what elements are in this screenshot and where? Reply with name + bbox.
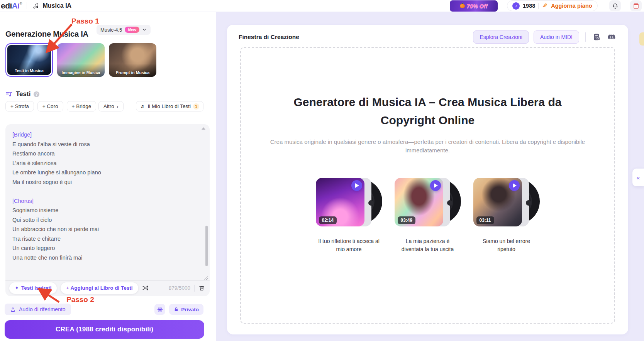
explore-creations-button[interactable]: Esplora Creazioni [473, 30, 529, 44]
scrollbar-thumb[interactable] [205, 226, 208, 266]
play-icon [434, 183, 438, 188]
lyrics-icon [5, 91, 13, 98]
collapse-panel-tab[interactable]: « [632, 169, 644, 186]
sample-caption: Il tuo riflettore ti acceca al mio amore [316, 237, 382, 253]
credits-count: 1988 [523, 3, 535, 9]
audio-to-midi-button[interactable]: Audio in MIDI [534, 30, 579, 44]
creation-canvas: Generatore di Musica IA – Crea Musica Li… [240, 47, 615, 324]
advanced-settings-button[interactable] [154, 304, 165, 315]
sidebar-heading: Generazione Musica IA [5, 30, 88, 39]
hero-title: Generatore di Musica IA – Crea Musica Li… [269, 93, 586, 129]
reference-audio-label: Audio di riferimento [19, 306, 66, 312]
sample-art-wrap: 03:49 [395, 177, 461, 227]
chevron-down-icon [142, 27, 147, 32]
mode-card-label: Testi in Musica [7, 68, 51, 73]
help-icon[interactable]: ? [34, 91, 39, 97]
create-button[interactable]: CREA (1988 crediti disponibili) [5, 320, 204, 339]
mode-card-2[interactable]: Immagine in Musica [57, 43, 105, 77]
generation-sidebar: Generazione Musica IA Music-4.5 New Test… [0, 12, 216, 341]
sample-track-3: 03:11Siamo un bel errore ripetuto [473, 177, 540, 253]
step-1-annotation: Passo 1 [71, 17, 99, 25]
lyric-line: Restiamo ancora [12, 149, 200, 159]
add-section-chip-2[interactable]: + Coro [37, 101, 63, 111]
add-to-library-button[interactable]: + Aggiungi al Libro di Testi [61, 282, 138, 294]
library-count-badge: 1 [193, 103, 199, 110]
lyrics-textarea[interactable]: [Bridge]E quando l’alba si veste di rosa… [5, 124, 210, 281]
model-name: Music-4.5 [100, 27, 122, 33]
survey-button[interactable] [630, 0, 642, 11]
model-selector[interactable]: Music-4.5 New [97, 25, 151, 35]
chevron-right-icon: › [117, 103, 119, 110]
lyric-line: Un canto leggero [12, 243, 200, 253]
pumpkin-icon [460, 4, 465, 8]
reference-audio-button[interactable]: Audio di riferimento [5, 304, 71, 315]
top-bar: edi Ai ® Musica IA 70% Off ♪ 1988 Aggior… [0, 0, 644, 12]
creation-window-title: Finestra di Creazione [239, 34, 299, 41]
lyric-line: Sogniamo insieme [12, 206, 200, 215]
privacy-toggle[interactable]: Privato [169, 304, 203, 315]
play-icon [355, 183, 359, 188]
lyrics-section-title: Testi [16, 90, 31, 98]
add-section-chip-3[interactable]: + Bridge [67, 101, 97, 111]
duration-badge: 03:49 [398, 216, 416, 224]
inspired-lyrics-button[interactable]: ✦ Testi ispirati [9, 282, 57, 294]
discord-icon [607, 33, 616, 41]
duration-badge: 03:11 [476, 216, 494, 224]
section-divider [0, 298, 216, 298]
hero-subtitle: Crea musica originale in qualsiasi gener… [264, 138, 592, 155]
model-new-badge: New [125, 27, 139, 33]
shuffle-button[interactable] [142, 285, 149, 291]
sample-art-wrap: 03:11 [473, 177, 540, 227]
app-title[interactable]: Musica IA [32, 2, 71, 10]
mode-card-3[interactable]: Prompt in Musica [109, 43, 156, 77]
lyrics-section-header: Testi ? [5, 90, 39, 98]
sample-art-wrap: 02:14 [316, 177, 382, 227]
generation-options-row: Audio di riferimento Privato [5, 304, 203, 315]
floating-panel-peek[interactable] [639, 32, 644, 46]
doc-check-icon [593, 33, 601, 41]
notifications-button[interactable] [609, 0, 621, 11]
lyric-line: Una notte che non finirà mai [12, 253, 200, 263]
shuffle-icon [142, 285, 149, 291]
inspired-lyrics-label: Testi ispirati [21, 285, 52, 291]
task-list-button[interactable] [592, 32, 602, 42]
sample-track-list: 02:14Il tuo riflettore ti acceca al mio … [241, 177, 614, 253]
lyric-line: Tra risate e chitarre [12, 234, 200, 244]
char-counter: 879/5000 [169, 285, 190, 291]
mode-card-label: Prompt in Musica [109, 70, 156, 75]
lyric-line: Le ombre lunghe si allungano piano [12, 168, 200, 177]
rocket-icon [542, 3, 548, 9]
privacy-label: Privato [181, 307, 199, 312]
duration-badge: 02:14 [319, 216, 337, 224]
add-section-chip-1[interactable]: + Strofa [5, 101, 34, 111]
creation-window: Finestra di Creazione Esplora Creazioni … [227, 25, 628, 334]
sleeve-notch [368, 200, 374, 206]
lyric-line: Un abbraccio che non si perde mai [12, 225, 200, 234]
sparkle-icon: ✦ [15, 285, 19, 291]
toolbar-divider [194, 285, 195, 292]
bell-icon [612, 3, 619, 9]
brand-logo-text: edi [1, 1, 12, 10]
play-button[interactable] [509, 180, 520, 191]
credits-upgrade-pill[interactable]: ♪ 1988 Aggiorna piano [507, 0, 598, 11]
play-button[interactable] [430, 180, 441, 191]
brand-logo[interactable]: edi Ai ® [0, 1, 22, 10]
app: edi Ai ® Musica IA 70% Off ♪ 1988 Aggior… [0, 0, 644, 341]
promo-discount-badge[interactable]: 70% Off [450, 0, 498, 12]
more-options-button[interactable]: Altro › [98, 101, 124, 111]
library-label: Il Mio Libro di Testi [147, 103, 191, 109]
clear-lyrics-button[interactable] [198, 285, 205, 291]
brand-logo-accent: Ai [12, 1, 20, 10]
discord-button[interactable] [607, 32, 617, 42]
promo-label: 70% Off [467, 3, 488, 9]
play-button[interactable] [351, 180, 362, 191]
lyric-line: L’aria è silenziosa [12, 159, 200, 168]
registered-mark: ® [20, 2, 22, 5]
lyric-line: Ma il nostro sogno è qui [12, 177, 200, 187]
scroll-up-arrow[interactable] [202, 127, 205, 130]
upgrade-plan-button[interactable]: Aggiorna piano [551, 3, 592, 9]
mode-card-1[interactable]: Testi in Musica [5, 43, 53, 77]
lyrics-library-button[interactable]: ♬ Il Mio Libro di Testi 1 [136, 101, 203, 111]
credit-note-icon: ♪ [512, 2, 520, 10]
music-notes-icon [32, 2, 40, 10]
